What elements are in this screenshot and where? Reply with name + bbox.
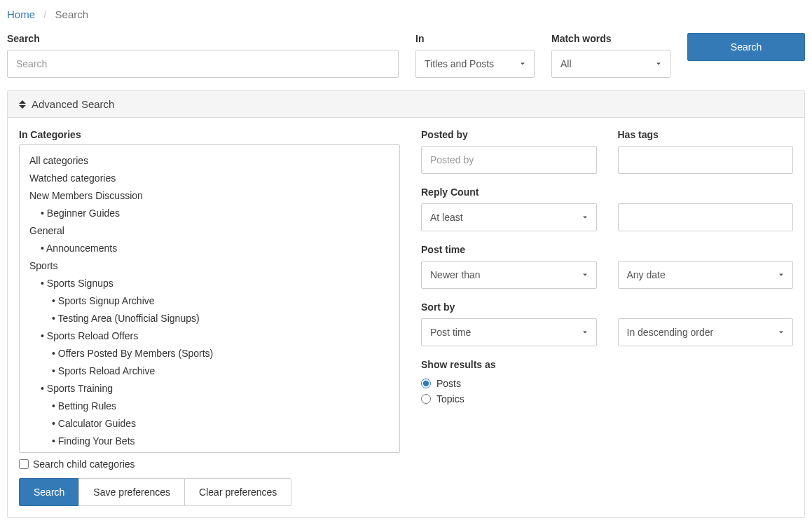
category-item[interactable]: Offers Posted By Members (Sports) <box>29 345 390 362</box>
in-select[interactable]: Titles and Posts <box>415 50 535 78</box>
search-child-checkbox[interactable] <box>19 459 29 469</box>
expand-collapse-icon <box>19 100 26 109</box>
search-bar-row: Search In Titles and Posts Match words A… <box>7 33 805 78</box>
advanced-search-title: Advanced Search <box>32 98 114 110</box>
post-time-select[interactable]: Newer than <box>421 261 597 289</box>
category-item[interactable]: Beginner Guides <box>29 205 390 222</box>
clear-preferences-button[interactable]: Clear preferences <box>184 478 291 506</box>
posted-by-input[interactable] <box>421 146 597 174</box>
button-group: Search Save preferences Clear preference… <box>19 478 400 506</box>
advanced-search-toggle[interactable]: Advanced Search <box>8 91 804 118</box>
has-tags-input[interactable] <box>618 146 794 174</box>
sort-order-select[interactable]: In descending order <box>618 318 794 346</box>
has-tags-label: Has tags <box>618 129 794 140</box>
category-item[interactable]: Guides <box>29 450 390 453</box>
reply-count-select[interactable]: At least <box>421 203 597 231</box>
category-item[interactable]: Sports Reload Archive <box>29 362 390 380</box>
post-time-date-select[interactable]: Any date <box>618 261 794 289</box>
category-item[interactable]: Watched categories <box>29 170 390 187</box>
category-item[interactable]: All categories <box>29 152 390 170</box>
category-item[interactable]: Sports Training <box>29 380 390 398</box>
search-child-label: Search child categories <box>33 458 135 470</box>
category-item[interactable]: Sports <box>29 257 390 275</box>
results-posts-radio[interactable] <box>421 379 431 388</box>
reply-count-label: Reply Count <box>421 186 597 198</box>
breadcrumb-current: Search <box>55 8 89 20</box>
reply-count-value-input[interactable] <box>618 203 794 231</box>
advanced-search-button[interactable]: Search <box>19 478 79 506</box>
show-results-label: Show results as <box>421 359 793 370</box>
category-item[interactable]: General <box>29 222 390 240</box>
breadcrumb-home-link[interactable]: Home <box>7 8 35 20</box>
search-button[interactable]: Search <box>687 33 805 61</box>
category-item[interactable]: Betting Rules <box>29 398 390 415</box>
match-select[interactable]: All <box>551 50 670 78</box>
match-label: Match words <box>551 33 670 44</box>
search-label: Search <box>7 33 399 44</box>
search-input[interactable] <box>7 50 399 78</box>
posted-by-label: Posted by <box>421 129 597 140</box>
in-label: In <box>415 33 535 44</box>
advanced-search-panel: Advanced Search In Categories All catego… <box>7 90 805 518</box>
categories-label: In Categories <box>19 129 81 140</box>
results-posts-label: Posts <box>436 378 461 389</box>
categories-listbox[interactable]: All categoriesWatched categoriesNew Memb… <box>19 144 400 453</box>
sort-by-select[interactable]: Post time <box>421 318 597 346</box>
sort-by-label: Sort by <box>421 301 597 313</box>
category-item[interactable]: Sports Signups <box>29 275 390 292</box>
post-time-label: Post time <box>421 244 597 255</box>
save-preferences-button[interactable]: Save preferences <box>78 478 185 506</box>
category-item[interactable]: Sports Reload Offers <box>29 327 390 345</box>
breadcrumb-separator: / <box>43 8 46 20</box>
category-item[interactable]: Finding Your Bets <box>29 433 390 450</box>
results-topics-label: Topics <box>436 393 465 405</box>
category-item[interactable]: Testing Area (Unofficial Signups) <box>29 310 390 327</box>
category-item[interactable]: Sports Signup Archive <box>29 292 390 310</box>
category-item[interactable]: Announcements <box>29 240 390 257</box>
results-topics-radio[interactable] <box>421 394 431 404</box>
category-item[interactable]: Calculator Guides <box>29 415 390 433</box>
breadcrumb: Home / Search <box>7 8 805 20</box>
category-item[interactable]: New Members Discussion <box>29 187 390 205</box>
